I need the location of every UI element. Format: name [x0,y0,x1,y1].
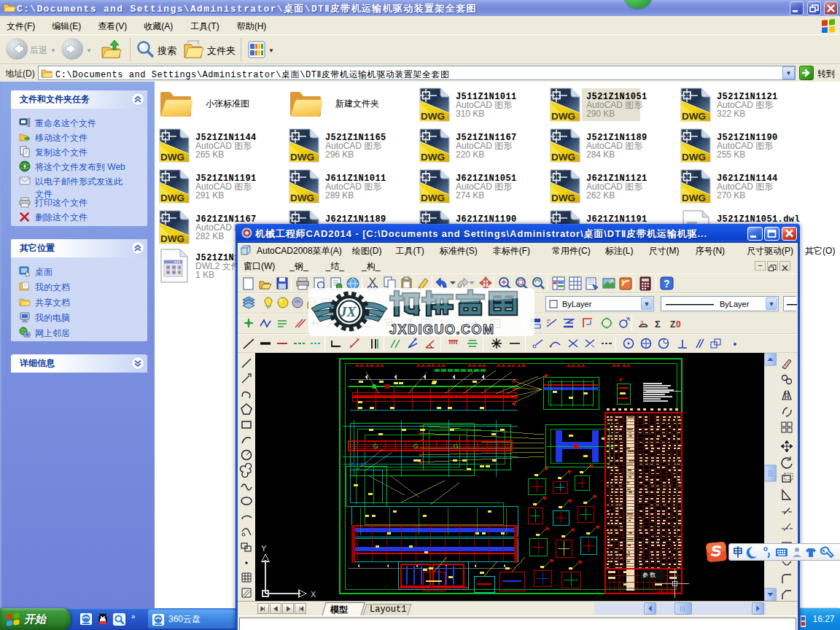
svg-text:DWG: DWG [160,192,184,203]
svg-text:DWG: DWG [682,111,706,122]
svg-text:参 数: 参 数 [642,572,656,578]
svg-text:DWG: DWG [160,233,184,244]
svg-text:?: ? [664,278,670,289]
svg-text:DWG: DWG [421,152,445,163]
svg-text:DWG: DWG [421,192,445,203]
svg-text:DWG: DWG [160,152,184,163]
svg-text:DWG: DWG [290,192,314,203]
svg-text:DWG: DWG [421,111,445,122]
svg-text:DWG: DWG [551,111,575,122]
svg-text:JX: JX [339,304,357,319]
svg-text:X: X [311,590,316,599]
svg-text:0: 0 [676,319,681,330]
svg-text:Z: Z [670,319,675,330]
svg-text:3: 3 [640,319,644,326]
svg-text:JXDIGUO.COM: JXDIGUO.COM [389,322,495,336]
svg-text:2023.06: 2023.06 [656,588,674,594]
svg-text:DWG: DWG [682,152,706,163]
svg-text:DWG: DWG [551,152,575,163]
svg-text:DWG: DWG [290,152,314,163]
svg-text:DWG: DWG [551,192,575,203]
svg-text:Y: Y [261,544,267,553]
svg-text:Σ: Σ [655,319,661,330]
svg-text:DWG: DWG [682,192,706,203]
